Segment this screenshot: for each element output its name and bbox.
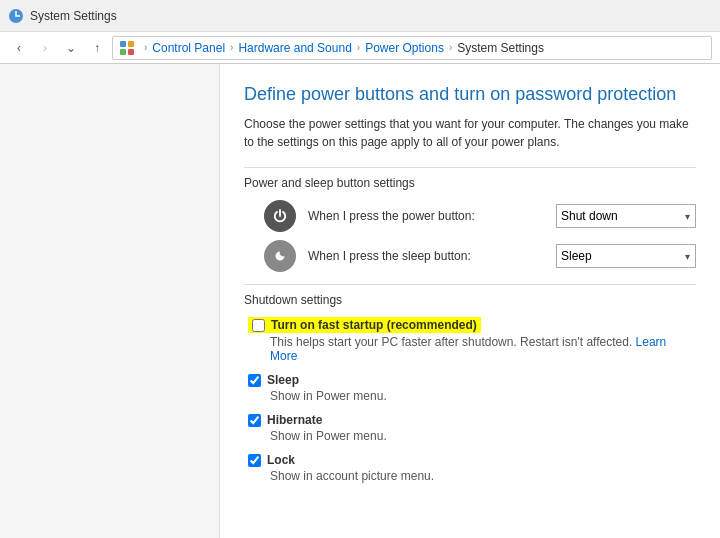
- shutdown-item-fast-startup: Turn on fast startup (recommended) This …: [244, 317, 696, 363]
- title-bar-icon: [8, 8, 24, 24]
- fast-startup-label[interactable]: Turn on fast startup (recommended): [271, 318, 477, 332]
- section-separator-1: [244, 167, 696, 168]
- section-separator-2: [244, 284, 696, 285]
- power-sleep-settings: When I press the power button: Shut down…: [244, 200, 696, 272]
- sleep-subtext: Show in Power menu.: [248, 389, 696, 403]
- svg-rect-1: [120, 41, 126, 47]
- breadcrumb-item-hardware[interactable]: Hardware and Sound: [238, 41, 351, 55]
- sleep-button-label: When I press the sleep button:: [308, 249, 544, 263]
- lock-checkbox[interactable]: [248, 454, 261, 467]
- power-dropdown-wrapper: Shut down Sleep Hibernate Turn off the d…: [556, 204, 696, 228]
- sidebar: [0, 64, 220, 538]
- power-icon: [271, 207, 289, 225]
- breadcrumb-current: System Settings: [457, 41, 544, 55]
- sleep-icon: [271, 247, 289, 265]
- title-bar-text: System Settings: [30, 9, 117, 23]
- sleep-checkbox[interactable]: [248, 374, 261, 387]
- sleep-button-dropdown[interactable]: Sleep Hibernate Shut down Turn off the d…: [556, 244, 696, 268]
- sleep-icon-circle: [264, 240, 296, 272]
- breadcrumb-sep-0: ›: [144, 42, 147, 53]
- address-bar: ‹ › ⌄ ↑ › Control Panel › Hardware and S…: [0, 32, 720, 64]
- shutdown-item-lock: Lock Show in account picture menu.: [244, 453, 696, 483]
- svg-rect-2: [128, 41, 134, 47]
- svg-rect-4: [128, 49, 134, 55]
- lock-checkbox-row: Lock: [248, 453, 696, 467]
- breadcrumb: › Control Panel › Hardware and Sound › P…: [112, 36, 712, 60]
- breadcrumb-sep-3: ›: [449, 42, 452, 53]
- breadcrumb-sep-2: ›: [357, 42, 360, 53]
- description: Choose the power settings that you want …: [244, 115, 696, 151]
- forward-icon: ›: [43, 41, 47, 55]
- control-panel-icon: [119, 40, 135, 56]
- breadcrumb-item-control-panel[interactable]: Control Panel: [152, 41, 225, 55]
- sleep-label[interactable]: Sleep: [267, 373, 299, 387]
- back-button[interactable]: ‹: [8, 37, 30, 59]
- breadcrumb-sep-1: ›: [230, 42, 233, 53]
- svg-rect-3: [120, 49, 126, 55]
- hibernate-checkbox-row: Hibernate: [248, 413, 696, 427]
- shutdown-section: Turn on fast startup (recommended) This …: [244, 317, 696, 483]
- forward-button[interactable]: ›: [34, 37, 56, 59]
- dropdown-icon: ⌄: [66, 41, 76, 55]
- shutdown-section-label: Shutdown settings: [244, 293, 696, 307]
- sleep-button-row: When I press the sleep button: Sleep Hib…: [244, 240, 696, 272]
- title-bar: System Settings: [0, 0, 720, 32]
- main-content: Define power buttons and turn on passwor…: [220, 64, 720, 538]
- shutdown-item-sleep: Sleep Show in Power menu.: [244, 373, 696, 403]
- sleep-dropdown-wrapper: Sleep Hibernate Shut down Turn off the d…: [556, 244, 696, 268]
- up-icon: ↑: [94, 41, 100, 55]
- recent-button[interactable]: ⌄: [60, 37, 82, 59]
- hibernate-label[interactable]: Hibernate: [267, 413, 322, 427]
- page-title: Define power buttons and turn on passwor…: [244, 84, 696, 105]
- power-button-dropdown[interactable]: Shut down Sleep Hibernate Turn off the d…: [556, 204, 696, 228]
- fast-startup-subtext: This helps start your PC faster after sh…: [248, 335, 696, 363]
- breadcrumb-item-power[interactable]: Power Options: [365, 41, 444, 55]
- lock-subtext: Show in account picture menu.: [248, 469, 696, 483]
- fast-startup-checkbox[interactable]: [252, 319, 265, 332]
- fast-startup-highlight-row: Turn on fast startup (recommended): [248, 317, 481, 333]
- power-icon-circle: [264, 200, 296, 232]
- lock-label[interactable]: Lock: [267, 453, 295, 467]
- power-button-row: When I press the power button: Shut down…: [244, 200, 696, 232]
- back-icon: ‹: [17, 41, 21, 55]
- hibernate-checkbox[interactable]: [248, 414, 261, 427]
- up-button[interactable]: ↑: [86, 37, 108, 59]
- main-layout: Define power buttons and turn on passwor…: [0, 64, 720, 538]
- shutdown-item-hibernate: Hibernate Show in Power menu.: [244, 413, 696, 443]
- hibernate-subtext: Show in Power menu.: [248, 429, 696, 443]
- sleep-checkbox-row: Sleep: [248, 373, 696, 387]
- power-button-label: When I press the power button:: [308, 209, 544, 223]
- power-sleep-section-label: Power and sleep button settings: [244, 176, 696, 190]
